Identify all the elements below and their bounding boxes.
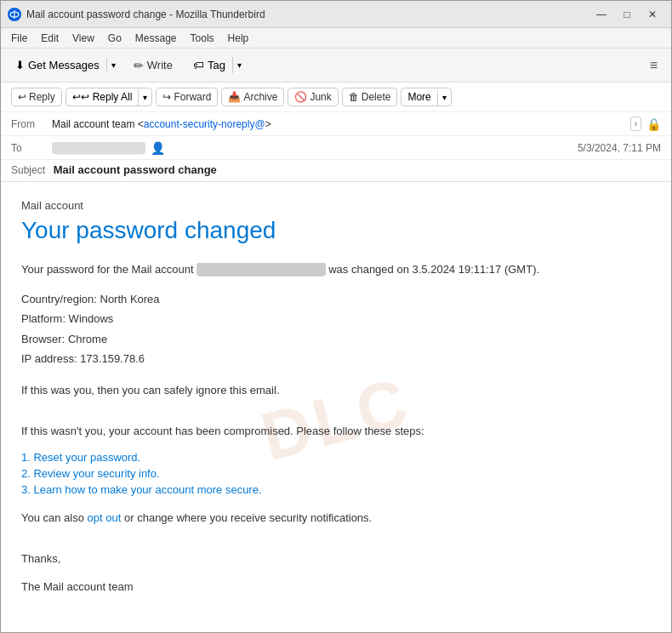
- to-label: To: [11, 142, 52, 154]
- close-button[interactable]: ✕: [641, 5, 664, 24]
- privacy-icon[interactable]: 🔒: [646, 117, 661, 131]
- reply-label: Reply: [29, 91, 55, 103]
- reply-all-dropdown[interactable]: ↩↩ Reply All ▾: [65, 88, 153, 106]
- email-main-heading: Your password changed: [21, 217, 651, 244]
- tag-dropdown[interactable]: 🏷 Tag ▾: [185, 54, 247, 76]
- archive-button[interactable]: 📥 Archive: [221, 88, 284, 106]
- subject-label: Subject: [11, 164, 45, 176]
- more-button[interactable]: More: [401, 88, 436, 106]
- body-para1-cont: was changed on 3.5.2024 19:11:17 (GMT).: [328, 263, 539, 276]
- from-name: Mail account team: [52, 118, 134, 130]
- junk-label: Junk: [310, 91, 331, 103]
- maximize-button[interactable]: □: [615, 5, 639, 24]
- opt-out-link[interactable]: opt out: [88, 511, 122, 524]
- menu-message[interactable]: Message: [128, 31, 184, 46]
- subject-row: Subject Mail account password change: [1, 160, 671, 181]
- detail-country: Country/region: North Korea: [21, 289, 651, 309]
- more-arrow[interactable]: ▾: [437, 89, 451, 106]
- hamburger-button[interactable]: ≡: [643, 54, 664, 77]
- delete-label: Delete: [362, 91, 391, 103]
- body-para1-start: Your password for the Mail account: [21, 263, 194, 276]
- archive-label: Archive: [243, 91, 277, 103]
- step1-link[interactable]: 1. Reset your password.: [21, 451, 140, 464]
- minimize-button[interactable]: —: [589, 5, 613, 24]
- email-body: DLC Mail account Your password changed Y…: [1, 182, 671, 633]
- tag-label: Tag: [208, 59, 225, 71]
- write-button[interactable]: ✏ Write: [124, 54, 182, 77]
- menu-go[interactable]: Go: [101, 31, 128, 46]
- title-bar: Mail account password change - Mozilla T…: [1, 1, 671, 28]
- reply-all-arrow[interactable]: ▾: [138, 89, 151, 106]
- team-name: The Mail account team: [21, 579, 651, 596]
- get-messages-label: Get Messages: [28, 59, 100, 71]
- forward-label: Forward: [174, 91, 211, 103]
- window-controls: — □ ✕: [589, 5, 664, 24]
- detail-ip: IP address: 173.159.78.6: [21, 349, 651, 368]
- email-header: From Mail account team <account-security…: [1, 112, 671, 182]
- to-row: To ████████████ 👤 5/3/2024, 7:11 PM: [1, 136, 671, 160]
- get-messages-button[interactable]: ⬇ Get Messages: [9, 55, 106, 75]
- more-label: More: [407, 91, 430, 103]
- email-section-title: Mail account: [21, 199, 651, 212]
- email-content: Mail account Your password changed Your …: [21, 199, 651, 596]
- junk-button[interactable]: 🚫 Junk: [288, 88, 338, 106]
- tag-icon: 🏷: [193, 59, 204, 71]
- subject-value: Mail account password change: [54, 163, 217, 176]
- from-expand-icon[interactable]: ›: [630, 117, 641, 131]
- from-value: Mail account team <account-security-nore…: [52, 118, 630, 130]
- menu-help[interactable]: Help: [221, 31, 256, 46]
- reply-all-label: Reply All: [93, 91, 133, 103]
- delete-button[interactable]: 🗑 Delete: [342, 88, 398, 106]
- write-icon: ✏: [134, 59, 144, 72]
- archive-icon: 📥: [228, 91, 241, 103]
- forward-button[interactable]: ↪ Forward: [156, 88, 218, 106]
- from-email: account-security-noreply@: [144, 118, 265, 130]
- get-messages-dropdown[interactable]: ⬇ Get Messages ▾: [8, 54, 121, 76]
- app-icon: [8, 8, 21, 21]
- email-action-bar: ↩ Reply ↩↩ Reply All ▾ ↪ Forward 📥 Archi…: [1, 83, 671, 112]
- step3: 3. Learn how to make your account more s…: [21, 483, 651, 496]
- reply-button[interactable]: ↩ Reply: [11, 88, 62, 106]
- toolbar: ⬇ Get Messages ▾ ✏ Write 🏷 Tag ▾ ≡: [1, 48, 671, 83]
- get-messages-icon: ⬇: [15, 59, 25, 71]
- redacted-account: ████████████████: [196, 263, 325, 276]
- opt-out-pre: You can also: [21, 511, 84, 524]
- menu-tools[interactable]: Tools: [184, 31, 221, 46]
- from-label: From: [11, 118, 52, 130]
- safe-msg: If this was you, then you can safely ign…: [21, 382, 651, 400]
- write-label: Write: [147, 59, 173, 71]
- get-messages-arrow[interactable]: ▾: [106, 57, 120, 73]
- more-dropdown[interactable]: More ▾: [401, 88, 451, 106]
- step2: 2. Review your security info.: [21, 467, 651, 480]
- details-block: Country/region: North Korea Platform: Wi…: [21, 289, 651, 369]
- reply-all-button[interactable]: ↩↩ Reply All: [66, 88, 139, 106]
- step2-link[interactable]: 2. Review your security info.: [21, 467, 160, 480]
- opt-out-post: or change where you receive security not…: [124, 511, 372, 524]
- window-title: Mail account password change - Mozilla T…: [26, 9, 589, 20]
- delete-icon: 🗑: [349, 91, 359, 103]
- menu-view[interactable]: View: [65, 31, 101, 46]
- step1: 1. Reset your password.: [21, 451, 651, 464]
- junk-icon: 🚫: [294, 91, 307, 103]
- step3-link[interactable]: 3. Learn how to make your account more s…: [21, 483, 262, 496]
- menu-edit[interactable]: Edit: [34, 31, 65, 46]
- tag-button[interactable]: 🏷 Tag: [186, 55, 232, 75]
- body-para-1: Your password for the Mail account █████…: [21, 261, 651, 279]
- detail-browser: Browser: Chrome: [21, 329, 651, 349]
- tag-arrow[interactable]: ▾: [232, 57, 246, 73]
- compromised-intro: If this wasn't you, your account has bee…: [21, 423, 651, 441]
- forward-icon: ↪: [162, 91, 171, 103]
- to-value: ████████████: [52, 142, 145, 154]
- reply-all-icon: ↩↩: [72, 91, 89, 103]
- menu-bar: File Edit View Go Message Tools Help: [1, 28, 671, 48]
- from-row: From Mail account team <account-security…: [1, 112, 671, 136]
- opt-out-para: You can also opt out or change where you…: [21, 510, 651, 528]
- reply-icon: ↩: [18, 91, 26, 103]
- to-icon[interactable]: 👤: [151, 141, 165, 155]
- thanks-line: Thanks,: [21, 550, 651, 568]
- email-date: 5/3/2024, 7:11 PM: [578, 142, 661, 154]
- detail-platform: Platform: Windows: [21, 309, 651, 328]
- menu-file[interactable]: File: [4, 31, 34, 46]
